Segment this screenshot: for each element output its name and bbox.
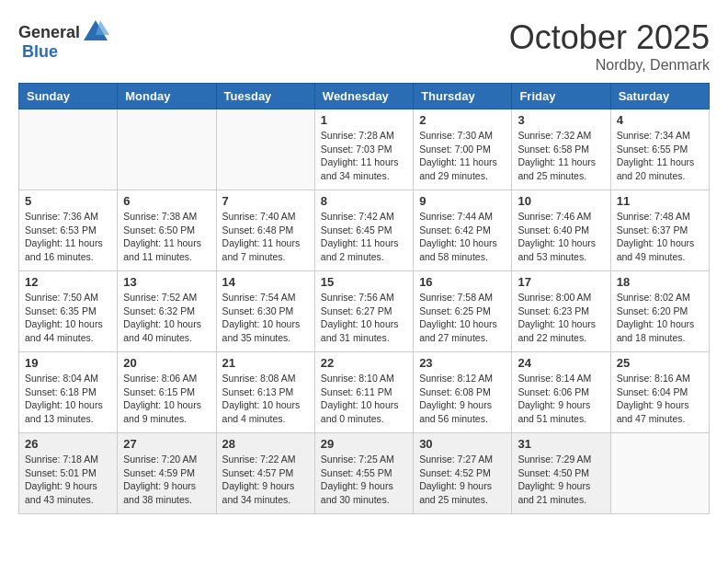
logo: General Blue xyxy=(18,18,109,62)
day-number: 15 xyxy=(321,275,407,289)
calendar-cell: 16Sunrise: 7:58 AMSunset: 6:25 PMDayligh… xyxy=(414,271,512,352)
cell-info: Sunrise: 8:06 AMSunset: 6:15 PMDaylight:… xyxy=(123,372,210,426)
weekday-tuesday: Tuesday xyxy=(216,84,314,109)
day-number: 7 xyxy=(222,194,309,208)
day-number: 24 xyxy=(518,356,604,370)
cell-info: Sunrise: 8:16 AMSunset: 6:04 PMDaylight:… xyxy=(617,372,703,426)
weekday-sunday: Sunday xyxy=(19,84,118,109)
calendar-cell: 18Sunrise: 8:02 AMSunset: 6:20 PMDayligh… xyxy=(610,271,709,352)
cell-info: Sunrise: 7:25 AMSunset: 4:55 PMDaylight:… xyxy=(321,453,407,507)
month-title: October 2025 xyxy=(509,18,710,57)
calendar-cell: 12Sunrise: 7:50 AMSunset: 6:35 PMDayligh… xyxy=(19,271,118,352)
cell-info: Sunrise: 7:28 AMSunset: 7:03 PMDaylight:… xyxy=(321,129,407,183)
day-number: 8 xyxy=(321,194,407,208)
cell-info: Sunrise: 8:12 AMSunset: 6:08 PMDaylight:… xyxy=(419,372,506,426)
cell-info: Sunrise: 7:32 AMSunset: 6:58 PMDaylight:… xyxy=(518,129,604,183)
cell-info: Sunrise: 7:44 AMSunset: 6:42 PMDaylight:… xyxy=(419,210,506,264)
day-number: 27 xyxy=(123,437,210,451)
day-number: 2 xyxy=(419,113,506,127)
calendar-cell: 22Sunrise: 8:10 AMSunset: 6:11 PMDayligh… xyxy=(314,352,413,433)
calendar-cell: 31Sunrise: 7:29 AMSunset: 4:50 PMDayligh… xyxy=(512,433,610,514)
day-number: 14 xyxy=(222,275,309,289)
cell-info: Sunrise: 7:20 AMSunset: 4:59 PMDaylight:… xyxy=(123,453,210,507)
calendar-week-2: 5Sunrise: 7:36 AMSunset: 6:53 PMDaylight… xyxy=(19,190,710,271)
calendar-cell: 14Sunrise: 7:54 AMSunset: 6:30 PMDayligh… xyxy=(216,271,314,352)
calendar-cell: 27Sunrise: 7:20 AMSunset: 4:59 PMDayligh… xyxy=(118,433,216,514)
cell-info: Sunrise: 7:18 AMSunset: 5:01 PMDaylight:… xyxy=(25,453,111,507)
logo-general: General xyxy=(18,23,80,42)
day-number: 20 xyxy=(123,356,210,370)
calendar-week-3: 12Sunrise: 7:50 AMSunset: 6:35 PMDayligh… xyxy=(19,271,710,352)
calendar-cell: 9Sunrise: 7:44 AMSunset: 6:42 PMDaylight… xyxy=(414,190,512,271)
calendar-cell xyxy=(118,109,216,190)
day-number: 4 xyxy=(617,113,703,127)
cell-info: Sunrise: 8:00 AMSunset: 6:23 PMDaylight:… xyxy=(518,291,604,345)
calendar-cell: 30Sunrise: 7:27 AMSunset: 4:52 PMDayligh… xyxy=(414,433,512,514)
calendar-cell: 21Sunrise: 8:08 AMSunset: 6:13 PMDayligh… xyxy=(216,352,314,433)
cell-info: Sunrise: 7:58 AMSunset: 6:25 PMDaylight:… xyxy=(419,291,506,345)
weekday-header-row: SundayMondayTuesdayWednesdayThursdayFrid… xyxy=(19,84,710,109)
cell-info: Sunrise: 8:02 AMSunset: 6:20 PMDaylight:… xyxy=(617,291,703,345)
cell-info: Sunrise: 7:34 AMSunset: 6:55 PMDaylight:… xyxy=(617,129,703,183)
day-number: 17 xyxy=(518,275,604,289)
logo-icon xyxy=(82,18,109,46)
cell-info: Sunrise: 7:27 AMSunset: 4:52 PMDaylight:… xyxy=(419,453,506,507)
cell-info: Sunrise: 7:54 AMSunset: 6:30 PMDaylight:… xyxy=(222,291,309,345)
calendar-cell xyxy=(216,109,314,190)
calendar-cell: 1Sunrise: 7:28 AMSunset: 7:03 PMDaylight… xyxy=(314,109,413,190)
weekday-saturday: Saturday xyxy=(610,84,709,109)
cell-info: Sunrise: 7:29 AMSunset: 4:50 PMDaylight:… xyxy=(518,453,604,507)
day-number: 29 xyxy=(321,437,407,451)
cell-info: Sunrise: 8:08 AMSunset: 6:13 PMDaylight:… xyxy=(222,372,309,426)
calendar-cell: 19Sunrise: 8:04 AMSunset: 6:18 PMDayligh… xyxy=(19,352,118,433)
day-number: 12 xyxy=(25,275,111,289)
calendar-cell: 4Sunrise: 7:34 AMSunset: 6:55 PMDaylight… xyxy=(610,109,709,190)
day-number: 11 xyxy=(617,194,703,208)
calendar-cell: 26Sunrise: 7:18 AMSunset: 5:01 PMDayligh… xyxy=(19,433,118,514)
day-number: 21 xyxy=(222,356,309,370)
cell-info: Sunrise: 7:46 AMSunset: 6:40 PMDaylight:… xyxy=(518,210,604,264)
calendar-week-4: 19Sunrise: 8:04 AMSunset: 6:18 PMDayligh… xyxy=(19,352,710,433)
calendar-cell: 17Sunrise: 8:00 AMSunset: 6:23 PMDayligh… xyxy=(512,271,610,352)
cell-info: Sunrise: 8:04 AMSunset: 6:18 PMDaylight:… xyxy=(25,372,111,426)
cell-info: Sunrise: 7:40 AMSunset: 6:48 PMDaylight:… xyxy=(222,210,309,264)
calendar-cell: 2Sunrise: 7:30 AMSunset: 7:00 PMDaylight… xyxy=(414,109,512,190)
weekday-wednesday: Wednesday xyxy=(314,84,413,109)
day-number: 9 xyxy=(419,194,506,208)
calendar-week-5: 26Sunrise: 7:18 AMSunset: 5:01 PMDayligh… xyxy=(19,433,710,514)
cell-info: Sunrise: 7:50 AMSunset: 6:35 PMDaylight:… xyxy=(25,291,111,345)
day-number: 23 xyxy=(419,356,506,370)
calendar-cell: 29Sunrise: 7:25 AMSunset: 4:55 PMDayligh… xyxy=(314,433,413,514)
cell-info: Sunrise: 7:52 AMSunset: 6:32 PMDaylight:… xyxy=(123,291,210,345)
cell-info: Sunrise: 8:10 AMSunset: 6:11 PMDaylight:… xyxy=(321,372,407,426)
calendar-cell: 24Sunrise: 8:14 AMSunset: 6:06 PMDayligh… xyxy=(512,352,610,433)
title-block: October 2025 Nordby, Denmark xyxy=(509,18,710,74)
day-number: 22 xyxy=(321,356,407,370)
day-number: 3 xyxy=(518,113,604,127)
day-number: 19 xyxy=(25,356,111,370)
cell-info: Sunrise: 7:38 AMSunset: 6:50 PMDaylight:… xyxy=(123,210,210,264)
day-number: 6 xyxy=(123,194,210,208)
calendar-cell xyxy=(610,433,709,514)
day-number: 16 xyxy=(419,275,506,289)
calendar-cell: 25Sunrise: 8:16 AMSunset: 6:04 PMDayligh… xyxy=(610,352,709,433)
cell-info: Sunrise: 7:22 AMSunset: 4:57 PMDaylight:… xyxy=(222,453,309,507)
calendar-week-1: 1Sunrise: 7:28 AMSunset: 7:03 PMDaylight… xyxy=(19,109,710,190)
cell-info: Sunrise: 7:30 AMSunset: 7:00 PMDaylight:… xyxy=(419,129,506,183)
day-number: 13 xyxy=(123,275,210,289)
day-number: 30 xyxy=(419,437,506,451)
calendar-cell: 5Sunrise: 7:36 AMSunset: 6:53 PMDaylight… xyxy=(19,190,118,271)
day-number: 18 xyxy=(617,275,703,289)
cell-info: Sunrise: 8:14 AMSunset: 6:06 PMDaylight:… xyxy=(518,372,604,426)
calendar-cell: 28Sunrise: 7:22 AMSunset: 4:57 PMDayligh… xyxy=(216,433,314,514)
cell-info: Sunrise: 7:42 AMSunset: 6:45 PMDaylight:… xyxy=(321,210,407,264)
weekday-friday: Friday xyxy=(512,84,610,109)
page-header: General Blue October 2025 Nordby, Denmar… xyxy=(18,18,710,74)
calendar-cell: 20Sunrise: 8:06 AMSunset: 6:15 PMDayligh… xyxy=(118,352,216,433)
location-subtitle: Nordby, Denmark xyxy=(509,57,710,74)
calendar-cell: 8Sunrise: 7:42 AMSunset: 6:45 PMDaylight… xyxy=(314,190,413,271)
cell-info: Sunrise: 7:36 AMSunset: 6:53 PMDaylight:… xyxy=(25,210,111,264)
day-number: 31 xyxy=(518,437,604,451)
weekday-monday: Monday xyxy=(118,84,216,109)
calendar-cell: 6Sunrise: 7:38 AMSunset: 6:50 PMDaylight… xyxy=(118,190,216,271)
